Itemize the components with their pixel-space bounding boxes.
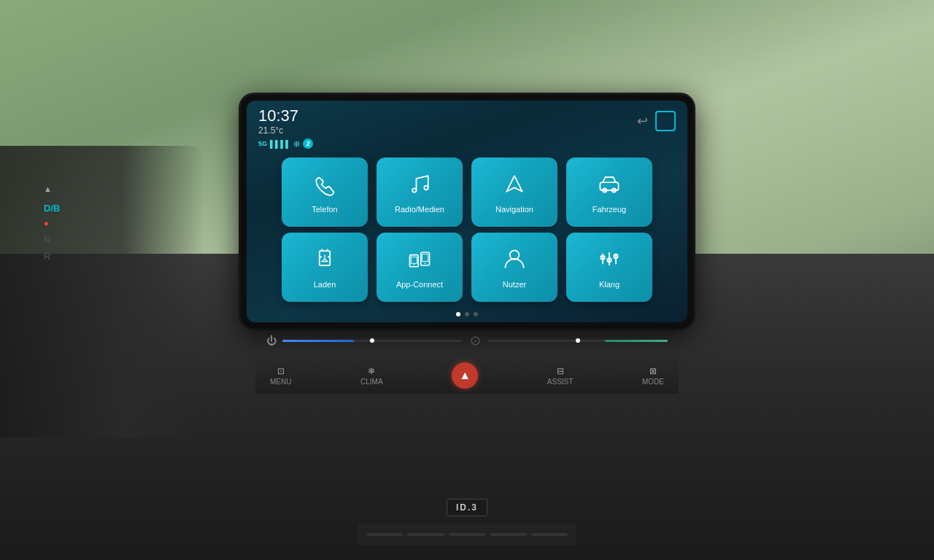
dot-3 xyxy=(474,312,478,316)
car-icon xyxy=(596,171,622,201)
vent-slot-1 xyxy=(366,533,403,536)
assist-label: ASSIST xyxy=(547,378,574,386)
svg-point-1 xyxy=(424,186,428,190)
status-left: 10:37 21.5°c 5G ▌▌▌▌ ⊕ 2 xyxy=(258,108,313,149)
svg-point-7 xyxy=(320,256,322,258)
tile-radio-label: Radio/Medien xyxy=(395,205,444,214)
svg-marker-2 xyxy=(506,176,522,192)
app-grid: Telefon Radio/Medien xyxy=(247,152,687,308)
home-button[interactable] xyxy=(655,111,676,131)
5g-icon: 5G xyxy=(258,140,267,147)
dot-1 xyxy=(456,312,460,316)
bottom-vent xyxy=(358,524,576,545)
tile-telefon-label: Telefon xyxy=(312,205,337,214)
clock: 10:37 xyxy=(258,108,313,124)
page-indicator xyxy=(247,308,687,321)
appconnect-icon xyxy=(406,246,433,276)
svg-point-0 xyxy=(412,188,416,192)
menu-label: MENU xyxy=(270,378,291,386)
phone-icon xyxy=(312,171,338,201)
menu-icon: ⊡ xyxy=(277,366,285,376)
hazard-icon: ▲ xyxy=(459,369,471,382)
back-icon[interactable]: ↩ xyxy=(637,113,648,129)
status-right: ↩ xyxy=(637,108,676,131)
wifi-icon: ⊕ xyxy=(293,139,300,149)
left-dash-panel xyxy=(0,146,204,438)
signal-bars-icon: ▌▌▌▌ xyxy=(270,140,290,148)
gear-n: N xyxy=(44,231,60,248)
gear-display: ▲ D/B ● N R xyxy=(44,182,60,265)
status-bar: 10:37 21.5°c 5G ▌▌▌▌ ⊕ 2 ↩ xyxy=(247,101,687,152)
connectivity-icons: 5G ▌▌▌▌ ⊕ 2 xyxy=(258,139,313,149)
tile-fahrzeug[interactable]: Fahrzeug xyxy=(566,158,652,227)
vent-slot-5 xyxy=(531,533,568,536)
mode-button[interactable]: ⊠ MODE xyxy=(642,366,664,386)
right-slider[interactable] xyxy=(488,340,668,342)
physical-controls: ⊡ MENU ❄ CLIMA ▲ ⊟ ASSIST ⊠ MODE xyxy=(255,357,679,394)
left-slider[interactable] xyxy=(282,340,462,342)
vent-slot-2 xyxy=(407,533,444,536)
tile-navigation-label: Navigation xyxy=(495,205,533,214)
assist-icon: ⊟ xyxy=(557,366,564,376)
mode-icon: ⊠ xyxy=(649,366,657,376)
tile-laden[interactable]: Laden xyxy=(282,233,368,302)
tile-nutzer[interactable]: Nutzer xyxy=(471,233,557,302)
climate-strip: 🪑 🪑 20.5 ECO xyxy=(247,321,687,322)
svg-rect-13 xyxy=(411,257,417,263)
vent-slot-4 xyxy=(490,533,526,536)
menu-button[interactable]: ⊡ MENU xyxy=(270,366,291,386)
clima-icon: ❄ xyxy=(368,366,375,376)
clima-button[interactable]: ❄ CLIMA xyxy=(360,366,383,386)
tile-nutzer-label: Nutzer xyxy=(503,280,526,289)
app-row-top: Telefon Radio/Medien xyxy=(258,158,676,227)
hazard-button[interactable]: ▲ xyxy=(452,362,478,389)
tile-telefon[interactable]: Telefon xyxy=(282,158,368,227)
mode-label: MODE xyxy=(642,378,664,386)
tile-appconnect-label: App-Connect xyxy=(396,280,443,289)
notification-badge: 2 xyxy=(303,139,313,149)
music-icon xyxy=(406,171,433,201)
gear-db: D/B xyxy=(44,200,60,217)
charge-icon xyxy=(312,246,338,276)
climate-slider-area: ⏻ ⊙ xyxy=(252,334,682,347)
tile-appconnect[interactable]: App-Connect xyxy=(377,233,463,302)
user-icon xyxy=(501,246,528,276)
vent-slot-3 xyxy=(449,533,485,536)
tile-fahrzeug-label: Fahrzeug xyxy=(593,205,626,214)
fan-icon: ⊙ xyxy=(468,332,482,349)
app-row-bottom: Laden App-Connect xyxy=(258,233,676,302)
svg-point-8 xyxy=(328,256,330,258)
power-icon[interactable]: ⏻ xyxy=(266,335,277,346)
gear-indicator: ▲ xyxy=(44,182,60,197)
infotainment-screen: 10:37 21.5°c 5G ▌▌▌▌ ⊕ 2 ↩ xyxy=(247,101,687,322)
svg-point-14 xyxy=(413,264,414,265)
assist-button[interactable]: ⊟ ASSIST xyxy=(547,366,574,386)
svg-rect-10 xyxy=(422,254,428,262)
temperature-display: 21.5°c xyxy=(258,125,313,136)
tile-klang-label: Klang xyxy=(599,280,620,289)
dot-2 xyxy=(465,312,469,316)
id3-badge: ID.3 xyxy=(447,499,487,516)
screen-bezel: 10:37 21.5°c 5G ▌▌▌▌ ⊕ 2 ↩ xyxy=(241,95,693,328)
svg-point-15 xyxy=(510,250,520,260)
svg-point-11 xyxy=(425,262,426,264)
clima-label: CLIMA xyxy=(360,378,383,386)
tile-laden-label: Laden xyxy=(314,280,336,289)
navigation-icon xyxy=(501,171,528,201)
tile-klang[interactable]: Klang xyxy=(566,233,652,302)
tile-radio[interactable]: Radio/Medien xyxy=(377,158,463,227)
equalizer-icon xyxy=(596,246,622,276)
tile-navigation[interactable]: Navigation xyxy=(471,158,557,227)
gear-r: R xyxy=(44,248,60,265)
